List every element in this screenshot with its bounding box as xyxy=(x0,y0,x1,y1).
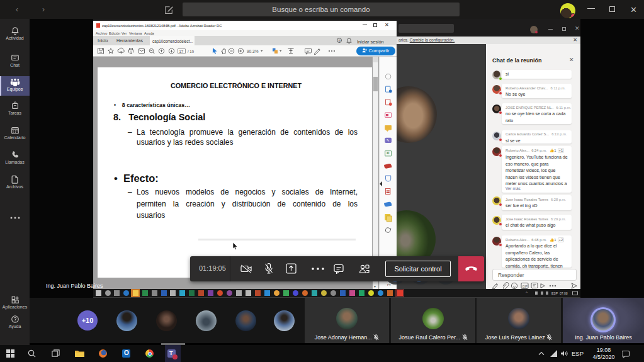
svg-text:GIF: GIF xyxy=(523,285,528,288)
svg-text:90.3%: 90.3% xyxy=(247,49,259,54)
svg-text:17: 17 xyxy=(179,50,184,54)
svg-text:/ 19: / 19 xyxy=(188,50,195,54)
